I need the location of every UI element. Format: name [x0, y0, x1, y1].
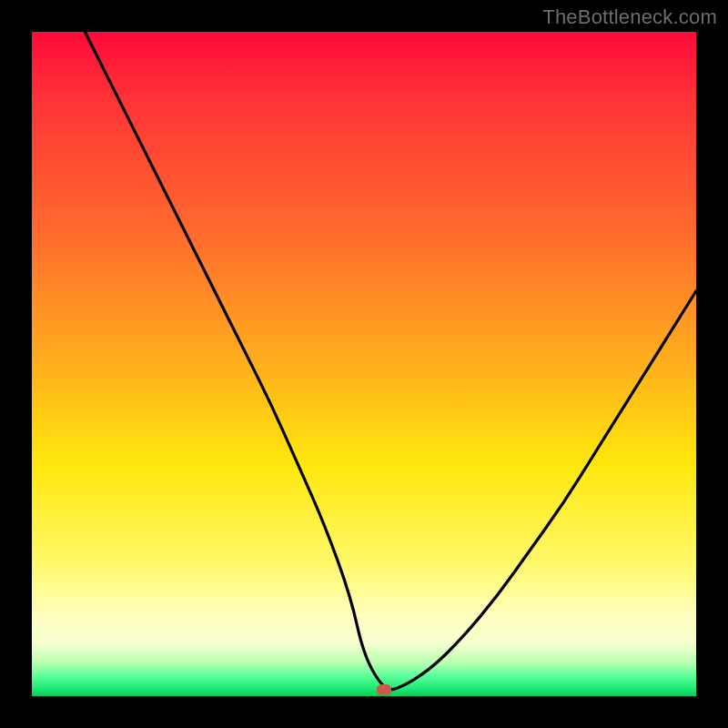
bottleneck-curve — [32, 32, 696, 696]
optimal-point-marker — [377, 684, 391, 695]
plot-area — [32, 32, 696, 696]
curve-path — [85, 32, 696, 690]
watermark-text: TheBottleneck.com — [542, 5, 717, 29]
chart-frame: TheBottleneck.com — [0, 0, 728, 728]
